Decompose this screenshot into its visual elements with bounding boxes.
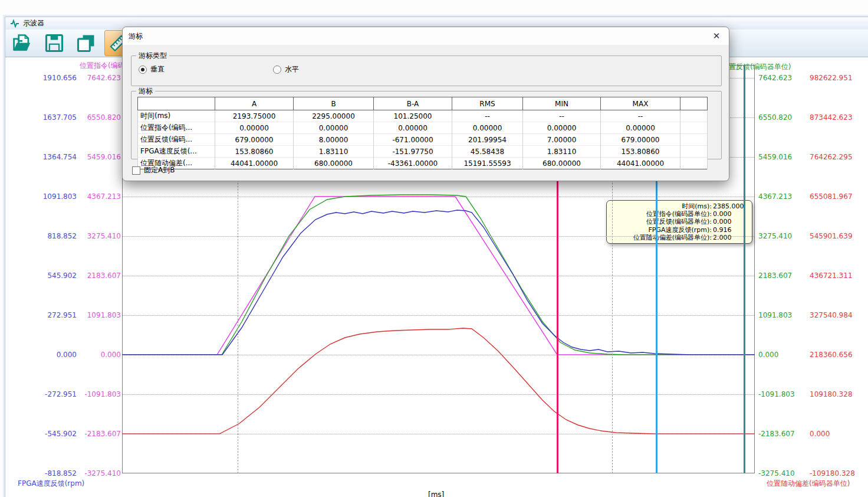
radio-horizontal[interactable]: 水平	[273, 64, 299, 74]
x-axis-unit-label: [ms]	[428, 491, 444, 497]
tooltip-value: 0.000	[712, 218, 747, 225]
horizontal-gridline	[123, 197, 754, 197]
row-label: 位置反馈(编码...	[138, 134, 215, 146]
save-button[interactable]	[41, 30, 68, 56]
right-inner-axis-tick: 2183.607	[758, 271, 817, 280]
tooltip-row: 位置随动偏差(编码器单位): 2.000	[609, 234, 747, 241]
right-inner-axis-tick: 4367.213	[758, 192, 817, 201]
fix-a-to-b-checkbox[interactable]: 固定A到B	[132, 165, 175, 175]
close-icon[interactable]: ✕	[710, 31, 723, 41]
row-value: --	[452, 110, 523, 122]
row-value: --	[523, 110, 601, 122]
horizontal-gridline	[123, 315, 754, 316]
row-empty	[680, 122, 708, 134]
table-header: MAX	[601, 97, 680, 110]
tooltip-value: 0.000	[712, 210, 747, 218]
row-value: -43361.00000	[374, 158, 452, 169]
row-value: 0.00000	[215, 122, 294, 134]
app-waveform-icon	[10, 19, 19, 28]
table-row: FPGA速度反馈(...153.808601.83110-151.9775045…	[138, 146, 708, 158]
row-value: 680.00000	[523, 158, 601, 169]
right-outer-axis-tick: 545901.639	[810, 231, 868, 241]
axis-label-position-error: 位置随动偏差(编码器单位)	[767, 479, 850, 489]
right-inner-axis-tick: -3275.410	[758, 469, 817, 478]
tooltip-value: 2385.000	[712, 202, 747, 210]
row-label: 位置指令(编码...	[138, 122, 215, 134]
axis-label-fpga-speed: FPGA速度反馈(rpm)	[18, 479, 84, 489]
cursor-group-label: 游标	[136, 86, 155, 96]
horizontal-gridline	[123, 394, 754, 395]
row-value: 2295.00000	[294, 110, 374, 122]
row-value: 0.00000	[294, 122, 374, 134]
right-inner-axis-tick: 3275.410	[758, 231, 817, 241]
row-value: -671.00000	[374, 134, 452, 146]
right-inner-axis-tick: 1091.803	[758, 310, 817, 320]
table-header: MIN	[523, 97, 601, 110]
table-header: B-A	[374, 97, 452, 110]
open-file-button[interactable]	[9, 30, 36, 56]
data-tooltip: 时间(ms): 2385.000 位置指令(编码器单位): 0.000 位置反馈…	[606, 200, 752, 244]
right-outer-axis-tick: 0.000	[810, 429, 868, 439]
horizontal-gridline	[123, 434, 754, 434]
right-outer-axis-tick: 982622.951	[810, 73, 868, 83]
checkbox-box	[132, 166, 140, 175]
tooltip-label: 位置反馈(编码器单位):	[609, 218, 712, 225]
right-inner-axis-tick: 6550.820	[758, 113, 817, 122]
right-outer-axis-tick: 764262.295	[810, 152, 868, 162]
row-label: FPGA速度反馈(...	[138, 146, 215, 158]
row-value: 1.83110	[523, 146, 601, 158]
row-value: 0.00000	[452, 122, 523, 134]
cursor-type-group-label: 游标类型	[136, 51, 169, 61]
cursor-values-table: ABB-ARMSMINMAX 时间(ms)2193.750002295.0000…	[137, 97, 708, 169]
curve-位置随动偏差(编码器单位)	[122, 328, 755, 434]
copy-window-icon	[75, 32, 97, 54]
row-value: 44041.00000	[601, 158, 680, 169]
row-value: 680.00000	[294, 158, 374, 169]
row-value: 0.00000	[601, 122, 680, 134]
row-value: 45.58438	[452, 146, 523, 158]
save-icon	[43, 32, 65, 54]
horizontal-gridline	[123, 276, 754, 276]
tooltip-row: 位置指令(编码器单位): 0.000	[609, 210, 747, 218]
right-inner-axis-tick: -2183.607	[758, 429, 817, 439]
table-row: 位置反馈(编码...679.000008.00000-671.00000201.…	[138, 134, 708, 146]
row-empty	[680, 158, 708, 169]
row-value: 679.00000	[215, 134, 294, 146]
tooltip-label: 位置随动偏差(编码器单位):	[609, 234, 712, 241]
left-inner-axis-tick: -3275.410	[62, 469, 121, 478]
horizontal-gridline	[123, 355, 754, 355]
table-row: 时间(ms)2193.750002295.00000101.25000-----…	[138, 110, 708, 122]
left-inner-axis-tick: 0.000	[62, 350, 121, 359]
table-row: 位置随动偏差(...44041.00000680.00000-43361.000…	[138, 158, 708, 169]
row-empty	[680, 110, 708, 122]
right-outer-axis-tick: 327540.984	[810, 310, 868, 320]
tooltip-row: 位置反馈(编码器单位): 0.000	[609, 218, 747, 225]
tooltip-row: FPGA速度反馈(rpm): 0.916	[609, 226, 747, 234]
table-header	[680, 97, 708, 110]
right-outer-axis-tick: 109180.328	[810, 390, 868, 399]
dialog-titlebar[interactable]: 游标 ✕	[123, 27, 729, 45]
table-header: A	[215, 97, 294, 110]
right-outer-axis-tick: 655081.967	[810, 192, 868, 201]
right-inner-axis-tick: -1091.803	[758, 390, 817, 399]
row-value: 0.00000	[523, 122, 601, 134]
left-inner-axis-tick: -2183.607	[62, 429, 121, 439]
radio-vertical[interactable]: 垂直	[139, 64, 165, 74]
row-value: 679.00000	[601, 134, 680, 146]
left-inner-axis-tick: 1091.803	[62, 310, 121, 320]
tooltip-label: FPGA速度反馈(rpm):	[609, 226, 712, 234]
row-value: 153.80860	[601, 146, 680, 158]
radio-horizontal-label: 水平	[285, 64, 299, 74]
row-empty	[680, 146, 708, 158]
radio-vertical-circle	[139, 66, 147, 74]
row-value: 201.99954	[452, 134, 523, 146]
screen: 示波器	[0, 0, 868, 497]
right-inner-axis-tick: 7642.623	[758, 73, 817, 83]
table-header: B	[294, 97, 374, 110]
mouse-crosshair[interactable]	[744, 65, 745, 473]
left-inner-axis-tick: 5459.016	[62, 152, 121, 162]
copy-window-button[interactable]	[73, 30, 100, 56]
row-value: 8.00000	[294, 134, 374, 146]
tooltip-value: 2.000	[712, 234, 747, 241]
cursor-values-groupbox: 游标 ABB-ARMSMINMAX 时间(ms)2193.750002295.0…	[131, 91, 722, 159]
